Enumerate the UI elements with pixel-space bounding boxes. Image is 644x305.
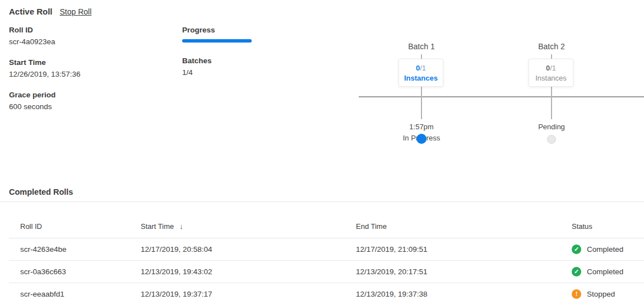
column-header-end-time[interactable]: End Time (356, 222, 572, 231)
field-start-time: Start Time 12/26/2019, 13:57:36 (9, 58, 81, 78)
status-completed-icon: ✓ (572, 245, 581, 254)
field-grace-period-label: Grace period (9, 91, 81, 99)
timeline-batch-1: Batch 1 0/1 Instances 1:57pm In Progress (388, 42, 455, 148)
column-header-roll-id-label: Roll ID (20, 222, 42, 231)
batches-value: 1/4 (182, 68, 266, 77)
status-stopped-icon: ! (572, 289, 581, 299)
progress-column: Progress Batches 1/4 (182, 26, 266, 77)
cell-status: ! Stopped (572, 289, 644, 299)
field-roll-id-value: scr-4a0923ea (9, 37, 81, 46)
completed-rolls-table: Roll ID Start Time ↓ End Time Status scr… (9, 202, 644, 305)
batch-1-instances-label: Instances (404, 74, 438, 82)
batch-2-name: Batch 2 (518, 42, 585, 51)
status-completed-icon: ✓ (572, 267, 581, 276)
batch-1-instances-total: 1 (422, 64, 426, 72)
batch-2-instances-count: 0/1 (546, 64, 556, 72)
field-roll-id-label: Roll ID (9, 26, 81, 34)
cell-start-time: 12/13/2019, 19:37:17 (141, 290, 356, 298)
active-roll-details: Roll ID scr-4a0923ea Start Time 12/26/20… (9, 26, 81, 123)
batch-2-timeline-dot (547, 135, 556, 144)
status-label: Completed (587, 245, 623, 254)
batch-2-instances-total: 1 (552, 64, 556, 72)
active-roll-title: Active Roll (9, 7, 53, 16)
cell-end-time: 12/13/2019, 19:37:38 (356, 290, 572, 298)
cell-roll-id: scr-eeaabfd1 (20, 290, 141, 298)
field-roll-id: Roll ID scr-4a0923ea (9, 26, 81, 46)
field-start-time-value: 12/26/2019, 13:57:36 (9, 70, 81, 78)
column-header-status-label: Status (572, 222, 592, 231)
completed-rolls-title: Completed Rolls (9, 187, 73, 196)
progress-bar-fill (182, 39, 252, 43)
batch-2-status-label: Pending (507, 123, 596, 131)
cell-start-time: 12/13/2019, 19:43:02 (141, 268, 356, 276)
batch-1-name: Batch 1 (388, 42, 455, 51)
table-header-row: Roll ID Start Time ↓ End Time Status (9, 202, 644, 238)
cell-end-time: 12/13/2019, 20:17:51 (356, 268, 572, 276)
active-roll-header: Active Roll Stop Roll (9, 7, 91, 16)
sort-descending-icon[interactable]: ↓ (179, 222, 183, 231)
batch-2-instances-card: 0/1 Instances (529, 59, 573, 87)
column-header-status[interactable]: Status (572, 222, 644, 231)
batches-label: Batches (182, 57, 266, 65)
field-grace-period: Grace period 600 seconds (9, 91, 81, 111)
cell-start-time: 12/17/2019, 20:58:04 (141, 245, 356, 254)
cell-roll-id: scr-4263e4be (20, 245, 141, 254)
batch-1-instances-card[interactable]: 0/1 Instances (399, 59, 443, 87)
cell-status: ✓ Completed (572, 245, 644, 254)
batch-1-time-label: 1:57pm (377, 123, 466, 131)
timeline-batch-2: Batch 2 0/1 Instances Pending (518, 42, 585, 148)
column-header-end-time-label: End Time (356, 222, 387, 231)
stop-roll-link[interactable]: Stop Roll (60, 7, 92, 16)
batch-1-timeline-dot (416, 134, 427, 144)
column-header-start-time[interactable]: Start Time ↓ (141, 222, 356, 231)
table-row[interactable]: scr-eeaabfd1 12/13/2019, 19:37:17 12/13/… (9, 283, 644, 305)
cell-end-time: 12/17/2019, 21:09:51 (356, 245, 572, 254)
status-label: Stopped (587, 290, 615, 298)
column-header-roll-id[interactable]: Roll ID (20, 222, 141, 231)
batch-2-instances-label: Instances (535, 74, 567, 82)
progress-bar (182, 39, 252, 43)
cell-roll-id: scr-0a36c663 (20, 268, 141, 276)
table-row[interactable]: scr-0a36c663 12/13/2019, 19:43:02 12/13/… (9, 261, 644, 283)
roll-dashboard: Active Roll Stop Roll Roll ID scr-4a0923… (0, 0, 644, 305)
field-grace-period-value: 600 seconds (9, 102, 81, 111)
cell-status: ✓ Completed (572, 267, 644, 276)
table-row[interactable]: scr-4263e4be 12/17/2019, 20:58:04 12/17/… (9, 238, 644, 261)
progress-label: Progress (182, 26, 266, 34)
field-start-time-label: Start Time (9, 58, 81, 67)
column-header-start-time-label: Start Time (141, 222, 174, 231)
batch-1-instances-count: 0/1 (416, 64, 426, 72)
status-label: Completed (587, 268, 623, 276)
